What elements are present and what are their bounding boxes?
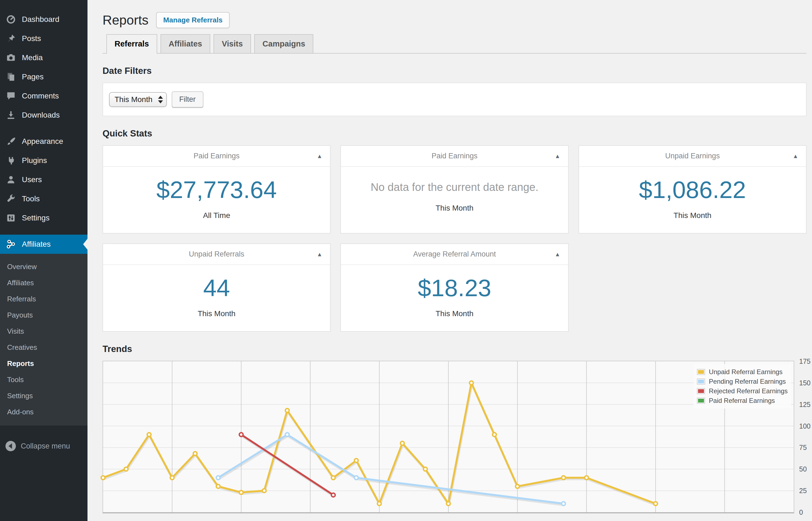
y-axis-tick-label: 100	[799, 422, 812, 430]
stat-card-average-referral-amount-5: Average Referral Amount▲$18.23This Month	[340, 243, 569, 332]
sidebar-item-label: Posts	[22, 34, 41, 43]
admin-sidebar: DashboardPostsMediaPagesCommentsDownload…	[0, 0, 88, 521]
y-axis-tick-label: 0	[799, 508, 812, 516]
stat-card-title: Unpaid Earnings▲	[579, 146, 806, 167]
tab-visits[interactable]: Visits	[213, 34, 251, 53]
stat-card-value: $27,773.64	[109, 178, 325, 202]
sidebar-item-label: Media	[22, 53, 43, 62]
triangle-up-icon[interactable]: ▲	[555, 251, 560, 258]
chart-plot-area: Unpaid Referral EarningsPending Referral…	[102, 361, 794, 513]
legend-item-rejected-referral-earnings: Rejected Referral Earnings	[697, 387, 788, 395]
active-menu-arrow-icon	[83, 239, 88, 250]
sidebar-item-downloads[interactable]: Downloads	[0, 106, 88, 125]
legend-swatch-icon	[697, 398, 705, 404]
stat-card-title: Unpaid Referrals▲	[103, 244, 330, 265]
y-axis-tick-label: 125	[799, 401, 812, 409]
stat-card-value: $18.23	[346, 276, 562, 300]
tab-referrals[interactable]: Referrals	[106, 34, 157, 53]
users-icon	[5, 174, 17, 186]
stat-card-message: No data for the current date range.	[346, 181, 562, 194]
up-down-arrows-icon	[158, 96, 163, 104]
date-range-select[interactable]: This Month	[109, 92, 167, 107]
posts-icon	[5, 32, 17, 45]
menu-separator	[0, 228, 88, 235]
stat-card-range-label: This Month	[584, 211, 801, 220]
chart-canvas	[103, 361, 794, 512]
y-axis-tick-label: 50	[799, 465, 812, 473]
legend-label: Pending Referral Earnings	[709, 378, 786, 385]
submenu-item-tools[interactable]: Tools	[0, 372, 88, 388]
submenu-item-payouts[interactable]: Payouts	[0, 307, 88, 323]
tab-affiliates[interactable]: Affiliates	[161, 34, 210, 53]
sidebar-item-label: Tools	[22, 195, 40, 203]
y-axis-tick-label: 25	[799, 487, 812, 495]
legend-item-paid-referral-earnings: Paid Referral Earnings	[697, 397, 788, 405]
triangle-up-icon[interactable]: ▲	[793, 153, 798, 159]
media-icon	[5, 52, 17, 64]
stat-card-body: $1,086.22This Month	[579, 167, 806, 233]
submenu-item-add-ons[interactable]: Add-ons	[0, 404, 88, 420]
section-heading-trends: Trends	[102, 344, 807, 354]
stat-card-title: Paid Earnings▲	[341, 146, 568, 167]
collapse-menu-button[interactable]: Collapse menu	[0, 441, 88, 451]
sidebar-item-pages[interactable]: Pages	[0, 67, 88, 86]
legend-item-unpaid-referral-earnings: Unpaid Referral Earnings	[697, 368, 788, 376]
dashboard-icon	[5, 14, 17, 25]
sidebar-item-label: Comments	[22, 92, 59, 100]
sidebar-item-appearance[interactable]: Appearance	[0, 132, 88, 151]
admin-menu: DashboardPostsMediaPagesCommentsDownload…	[0, 10, 88, 426]
manage-referrals-button[interactable]: Manage Referrals	[156, 12, 230, 28]
legend-label: Paid Referral Earnings	[709, 397, 775, 405]
sidebar-item-comments[interactable]: Comments	[0, 86, 88, 106]
downloads-icon	[5, 109, 17, 121]
triangle-up-icon[interactable]: ▲	[317, 153, 323, 159]
legend-item-pending-referral-earnings: Pending Referral Earnings	[697, 378, 788, 385]
section-heading-quick-stats: Quick Stats	[102, 128, 807, 139]
stat-card-range-label: This Month	[346, 204, 562, 212]
stat-card-paid-earnings-2: Paid Earnings▲No data for the current da…	[340, 145, 569, 233]
filter-button[interactable]: Filter	[172, 91, 203, 108]
pages-icon	[5, 71, 17, 83]
submenu-item-reports[interactable]: Reports	[0, 356, 88, 372]
sidebar-item-media[interactable]: Media	[0, 48, 88, 67]
tools-icon	[5, 193, 17, 205]
report-tabs: ReferralsAffiliatesVisitsCampaigns	[102, 34, 807, 53]
sidebar-item-users[interactable]: Users	[0, 170, 88, 189]
settings-icon	[5, 212, 17, 224]
sidebar-item-affiliates[interactable]: Affiliates	[0, 235, 88, 254]
comments-icon	[5, 90, 17, 102]
triangle-up-icon[interactable]: ▲	[555, 153, 560, 159]
legend-swatch-icon	[697, 388, 705, 394]
sidebar-item-tools[interactable]: Tools	[0, 189, 88, 208]
triangle-up-icon[interactable]: ▲	[317, 251, 323, 258]
stat-card-unpaid-earnings-3: Unpaid Earnings▲$1,086.22This Month	[579, 145, 807, 233]
stat-card-paid-earnings-1: Paid Earnings▲$27,773.64All Time	[102, 145, 330, 233]
stat-card-range-label: This Month	[346, 309, 562, 318]
submenu-item-affiliates[interactable]: Affiliates	[0, 275, 88, 291]
affiliates-submenu: OverviewAffiliatesReferralsPayoutsVisits…	[0, 254, 88, 426]
submenu-item-settings[interactable]: Settings	[0, 388, 88, 404]
stat-card-value: 44	[109, 276, 325, 300]
submenu-item-visits[interactable]: Visits	[0, 323, 88, 339]
stat-card-body: $18.23This Month	[341, 265, 568, 331]
legend-label: Unpaid Referral Earnings	[709, 368, 783, 376]
sidebar-item-dashboard[interactable]: Dashboard	[0, 10, 88, 29]
plugins-icon	[5, 155, 17, 166]
submenu-item-referrals[interactable]: Referrals	[0, 291, 88, 307]
tab-campaigns[interactable]: Campaigns	[254, 34, 313, 53]
submenu-item-overview[interactable]: Overview	[0, 259, 88, 275]
sidebar-item-posts[interactable]: Posts	[0, 29, 88, 48]
submenu-item-creatives[interactable]: Creatives	[0, 339, 88, 356]
main-content: Reports Manage Referrals ReferralsAffili…	[88, 0, 812, 521]
sidebar-item-settings[interactable]: Settings	[0, 208, 88, 228]
sidebar-item-label: Appearance	[22, 137, 63, 146]
section-heading-date-filters: Date Filters	[102, 66, 807, 76]
sidebar-item-plugins[interactable]: Plugins	[0, 151, 88, 170]
sidebar-item-label: Pages	[22, 72, 44, 81]
stat-card-value: $1,086.22	[584, 178, 801, 202]
chart-legend: Unpaid Referral EarningsPending Referral…	[694, 364, 791, 409]
collapse-menu-label: Collapse menu	[21, 442, 70, 450]
date-range-selected-value: This Month	[115, 95, 153, 104]
date-filter-panel: This Month Filter	[102, 83, 807, 116]
affiliates-icon	[5, 238, 17, 250]
